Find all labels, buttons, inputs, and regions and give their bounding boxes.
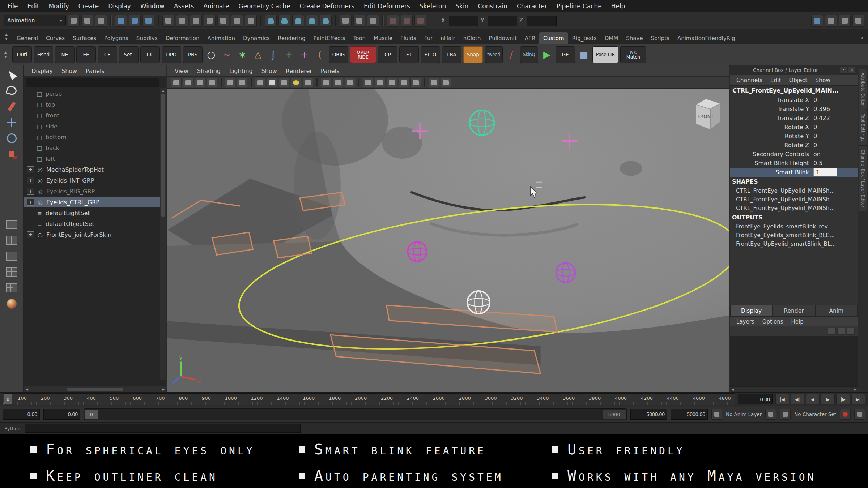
tool-button[interactable] [3, 130, 20, 146]
status-icon[interactable] [292, 15, 304, 27]
tool-button[interactable] [3, 67, 20, 82]
channel-label[interactable]: Translate Y [730, 106, 813, 112]
outliner-filter-input[interactable] [26, 78, 159, 87]
shelf-tab[interactable]: nCloth [459, 32, 485, 44]
viewport-toolbar-icon[interactable] [345, 78, 355, 87]
outliner-item[interactable]: □ persp [24, 88, 166, 99]
status-icon[interactable] [382, 15, 384, 26]
menu-item[interactable]: Create Deformers [295, 3, 359, 10]
outliner-item[interactable]: + ◎ Eyelids_RIG_GRP [24, 186, 166, 197]
viewport-toolbar-icon[interactable] [316, 78, 318, 87]
shelf-tab[interactable]: Muscle [370, 32, 396, 44]
shelf-button[interactable]: Pose LIB [592, 46, 618, 63]
menu-item[interactable]: File [3, 3, 22, 10]
status-icon[interactable] [115, 15, 127, 27]
playback-button[interactable]: |▶ [836, 394, 850, 404]
tool-button[interactable] [3, 98, 20, 114]
mute-layer-button[interactable] [765, 409, 776, 420]
menu-item[interactable]: Display [103, 3, 136, 10]
expand-toggle[interactable]: + [27, 166, 34, 173]
status-icon[interactable] [81, 15, 93, 27]
set-key-button[interactable] [711, 409, 722, 420]
shelf-tab[interactable]: Deformation [162, 32, 204, 44]
shelf-button[interactable]: Snap [463, 46, 483, 63]
viewport-menu-item[interactable]: Shading [193, 68, 225, 74]
viewport-toolbar-icon[interactable] [237, 78, 247, 87]
layer-editor-icon[interactable] [847, 328, 855, 335]
shelf-button[interactable]: NK Match [620, 46, 646, 63]
character-set-label[interactable]: No Character Set [794, 411, 836, 417]
outliner-item[interactable]: □ left [24, 153, 166, 164]
animation-end-field[interactable] [671, 409, 708, 420]
channel-label[interactable]: Smart Blink [730, 169, 813, 176]
viewport-toolbar-icon[interactable] [375, 78, 385, 87]
shelf-button[interactable]: + [282, 47, 296, 63]
playback-end-field[interactable] [630, 409, 667, 420]
viewport-toolbar-icon[interactable] [441, 78, 451, 87]
channel-row[interactable]: Rotate Y 0 [730, 132, 858, 141]
channel-value[interactable]: 0.422 [813, 115, 837, 121]
shelf-tab[interactable]: Rendering [274, 32, 310, 44]
status-icon[interactable] [260, 15, 261, 26]
channel-label[interactable]: Rotate Y [730, 133, 813, 140]
menu-item[interactable]: Create [74, 3, 104, 10]
shape-node-name[interactable]: CTRL_FrontEye_UpEyelid_MAINSh... [730, 195, 858, 204]
tool-button[interactable] [3, 146, 20, 162]
shelf-button[interactable]: ■ [577, 47, 591, 63]
shelf-button[interactable]: Set. [119, 46, 139, 63]
channel-box-menu-item[interactable]: Channels [732, 77, 766, 84]
shelf-tab[interactable]: AFR [521, 32, 539, 44]
status-icon[interactable] [190, 15, 202, 27]
expand-toggle[interactable] [27, 134, 33, 140]
shelf-button[interactable]: tweed [485, 46, 503, 63]
command-language-toggle[interactable]: Python [0, 426, 25, 431]
shelf-switcher[interactable]: ▲ ▼ [4, 51, 7, 59]
shelf-button[interactable]: LRA [442, 46, 461, 63]
expand-toggle[interactable]: + [27, 231, 34, 238]
ui-toggle-icon[interactable] [852, 15, 864, 27]
channel-value[interactable]: 0 [813, 133, 837, 140]
viewport-toolbar-icon[interactable] [363, 78, 373, 87]
status-icon[interactable] [387, 15, 399, 27]
expand-toggle[interactable] [27, 123, 33, 129]
shelf-button[interactable]: GE [556, 46, 575, 63]
output-node-name[interactable]: FrontEye_UpEyelid_smartBlink_BL... [730, 240, 858, 248]
menu-item[interactable]: Geometry Cache [234, 3, 295, 10]
shelf-tab[interactable]: nHair [437, 32, 459, 44]
outliner-item[interactable]: ≡ defaultLightSet [24, 207, 166, 218]
scroll-left-icon[interactable]: ◀ [26, 388, 28, 391]
channel-box-menu-item[interactable]: Show [811, 77, 834, 84]
status-icon[interactable] [129, 15, 141, 27]
menu-item[interactable]: Character [512, 3, 552, 10]
status-icon[interactable] [176, 15, 188, 27]
shelf-button[interactable]: Outl [12, 46, 32, 63]
channel-value[interactable]: on [813, 151, 837, 158]
viewport-toolbar-icon[interactable] [387, 78, 397, 87]
panel-vertical-tab[interactable]: Channel Box / Layer Editor [859, 146, 867, 211]
outliner-item[interactable]: □ side [24, 121, 166, 132]
shelf-tab-switcher[interactable]: ▲ ▼ [5, 29, 8, 44]
panel-vertical-tab[interactable]: Attribute Editor [859, 69, 867, 110]
timeline-ruler[interactable]: 0 10020030040050060070080090010001200140… [3, 393, 735, 405]
playback-button[interactable]: |◀ [775, 394, 789, 404]
shelf-button[interactable]: ▶ [540, 47, 554, 63]
shelf-tab[interactable]: Toon [349, 32, 370, 44]
viewport-3d-scene[interactable]: FRONT x y z [167, 89, 729, 392]
expand-toggle[interactable] [27, 145, 33, 151]
shelf-button[interactable]: NE [55, 46, 75, 63]
shelf-button[interactable]: SkinQ [520, 46, 538, 63]
status-icon[interactable] [204, 15, 216, 27]
anim-layer-label[interactable]: No Anim Layer [726, 411, 762, 417]
viewport-toolbar-icon[interactable] [333, 78, 343, 87]
channel-row[interactable]: Smart Blink Height 0.5 [730, 159, 858, 168]
status-icon[interactable] [353, 15, 365, 27]
range-start-handle[interactable]: 0 [85, 410, 98, 419]
shelf-tab[interactable]: Custom [539, 32, 568, 44]
shelf-tab[interactable]: PulldownIt [485, 32, 520, 44]
viewport-toolbar-icon[interactable] [267, 78, 277, 87]
playback-button[interactable]: ▶| [851, 394, 865, 404]
shelf-button[interactable]: FT_O [421, 46, 440, 63]
expand-toggle[interactable] [27, 112, 33, 119]
outliner-item[interactable]: □ bottom [24, 132, 166, 142]
outliner-item[interactable]: + ◎ Eyelids_INT_GRP [24, 175, 166, 186]
